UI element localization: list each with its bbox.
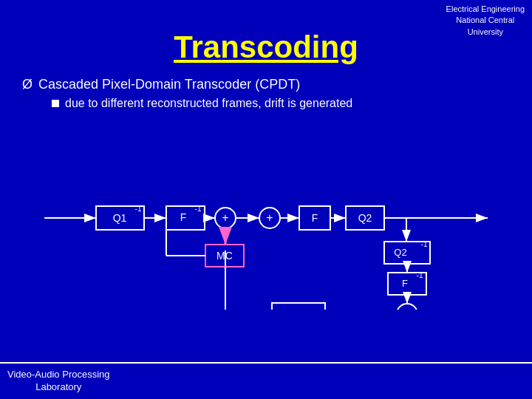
org-line1: Electrical Engineering bbox=[446, 4, 525, 13]
svg-text:+: + bbox=[222, 211, 228, 224]
diagram-area: Q1 -1 F -1 + + F bbox=[15, 125, 517, 310]
footer-line2: Laboratory bbox=[35, 381, 81, 392]
org-line3: University bbox=[468, 27, 503, 36]
bullet-arrow-icon: Ø bbox=[22, 77, 33, 92]
svg-text:MC/ME: MC/ME bbox=[282, 309, 315, 310]
svg-text:+: + bbox=[266, 211, 273, 224]
svg-text:F: F bbox=[180, 211, 187, 223]
bullet-square-icon bbox=[52, 100, 59, 107]
svg-text:-1: -1 bbox=[417, 271, 423, 279]
svg-text:-1: -1 bbox=[421, 240, 428, 248]
svg-text:+: + bbox=[403, 307, 410, 310]
sub-bullet-text: due to different reconstructed frames, d… bbox=[65, 97, 352, 110]
svg-text:Q1: Q1 bbox=[113, 212, 127, 224]
org-line2: National Central bbox=[456, 16, 514, 24]
svg-text:F: F bbox=[312, 212, 318, 224]
footer-label: Video-Audio Processing Laboratory bbox=[7, 369, 110, 394]
svg-text:MC: MC bbox=[216, 250, 233, 262]
svg-text:-1: -1 bbox=[195, 205, 202, 213]
svg-text:F: F bbox=[402, 278, 408, 289]
sub-bullet: due to different reconstructed frames, d… bbox=[15, 97, 517, 110]
slide: Electrical Engineering National Central … bbox=[0, 0, 532, 399]
svg-text:Q2: Q2 bbox=[394, 247, 406, 258]
svg-text:Q2: Q2 bbox=[358, 212, 372, 224]
diagram-svg: Q1 -1 F -1 + + F bbox=[15, 125, 517, 310]
page-title: Transcoding bbox=[15, 30, 517, 65]
footer-bar: Video-Audio Processing Laboratory bbox=[0, 362, 532, 399]
main-bullet-text: Cascaded Pixel-Domain Transcoder (CPDT) bbox=[38, 77, 300, 92]
main-bullet: Ø Cascaded Pixel-Domain Transcoder (CPDT… bbox=[15, 77, 517, 92]
footer-line1: Video-Audio Processing bbox=[7, 369, 110, 380]
university-logo: Electrical Engineering National Central … bbox=[446, 4, 525, 38]
svg-text:-1: -1 bbox=[135, 205, 142, 213]
